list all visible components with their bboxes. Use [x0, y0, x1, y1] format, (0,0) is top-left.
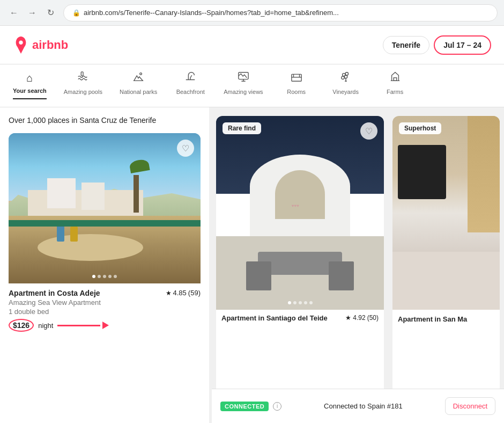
category-vineyards[interactable]: Vineyards [330, 71, 362, 100]
category-label: Amazing views [224, 89, 263, 95]
listing-price-1: $126 [9, 319, 34, 332]
rating-count-1: (59) [188, 289, 201, 297]
star-icon-1: ★ [166, 289, 172, 297]
listing-title-1: Apartment in Costa Adeje [9, 289, 100, 297]
price-unit-1: night [38, 322, 53, 330]
connection-info: CONNECTED i [220, 402, 281, 411]
wishlist-button-1[interactable]: ♡ [177, 140, 194, 157]
category-label: Farms [387, 89, 403, 95]
back-icon: ← [10, 8, 18, 18]
svg-rect-8 [394, 78, 397, 81]
rare-find-badge: Rare find [223, 122, 261, 134]
category-amazing-views[interactable]: Amazing views [224, 71, 263, 100]
price-arrow [57, 322, 109, 329]
airbnb-logo[interactable]: airbnb [13, 37, 68, 54]
arrow-body [57, 325, 100, 326]
location-text: Tenerife [392, 41, 420, 49]
svg-point-1 [140, 73, 142, 75]
right-cards-area: ♥♥♥ ♡ Rare find Apartment in Santiago de… [212, 107, 504, 423]
svg-point-5 [345, 72, 349, 76]
listing-card-2[interactable]: ♥♥♥ ♡ Rare find Apartment in Santiago de… [216, 116, 384, 414]
rating-value-2: 4.92 [353, 314, 365, 322]
forward-button[interactable]: → [25, 5, 40, 20]
connected-label: CONNECTED [225, 403, 264, 410]
listing-subtitle-1: Amazing Sea View Apartment [9, 298, 201, 307]
category-national-parks[interactable]: National parks [120, 71, 157, 100]
refresh-button[interactable]: ↻ [43, 5, 58, 20]
listing-card-1[interactable]: ♡ Apartment in Costa Adeje ★ 4.85 (59) [9, 133, 201, 332]
image-dots-1 [92, 275, 117, 278]
listing-card-3[interactable]: Superhost Apartment in San Ma [392, 116, 500, 414]
refresh-icon: ↻ [47, 8, 54, 18]
listing-info-3: Apartment in San Ma [392, 310, 500, 328]
info-icon[interactable]: i [273, 402, 281, 411]
beach-icon [184, 71, 196, 85]
results-count: Over 1,000 places in Santa Cruz de Tener… [9, 116, 201, 125]
category-rooms[interactable]: Rooms [280, 71, 313, 100]
listing-price-row-1: $126 night [9, 319, 201, 332]
lock-icon: 🔒 [72, 9, 80, 17]
bottom-bar: CONNECTED i Connected to Spain #181 Disc… [212, 389, 504, 423]
category-beachfront[interactable]: Beachfront [174, 71, 206, 100]
category-your-search[interactable]: ⌂ Your search [13, 72, 47, 99]
svg-rect-3 [291, 74, 301, 81]
main-content: Over 1,000 places in Santa Cruz de Tener… [0, 107, 504, 423]
category-label: Your search [13, 87, 47, 94]
category-label: Beachfront [176, 89, 205, 95]
listing-image-3: Superhost [392, 116, 500, 310]
header-search: Tenerife Jul 17 – 24 [383, 35, 491, 55]
listing-image-1: ♡ [9, 133, 201, 283]
svg-rect-0 [81, 72, 83, 76]
browser-chrome: ← → ↻ 🔒 airbnb.com/s/Tenerife--Canary-Is… [0, 0, 504, 26]
listing-info-1: Apartment in Costa Adeje ★ 4.85 (59) Ama… [9, 283, 201, 332]
listing-rating-2: ★ 4.92 (50) [345, 314, 379, 322]
results-panel: Over 1,000 places in Santa Cruz de Tener… [0, 107, 209, 423]
category-label: National parks [120, 89, 157, 95]
connected-badge: CONNECTED [220, 402, 269, 411]
date-pill[interactable]: Jul 17 – 24 [434, 35, 491, 55]
url-text: airbnb.com/s/Tenerife--Canary-Islands--S… [84, 9, 339, 17]
vineyard-icon [340, 71, 352, 85]
rooms-icon [291, 71, 302, 85]
forward-icon: → [28, 8, 36, 18]
location-pill[interactable]: Tenerife [383, 36, 429, 54]
category-label: Rooms [287, 89, 306, 95]
airbnb-logo-icon [13, 37, 29, 54]
listing-title-3: Apartment in San Ma [398, 315, 467, 323]
listing-rating-1: ★ 4.85 (59) [166, 289, 201, 297]
airbnb-header: airbnb Tenerife Jul 17 – 24 [0, 26, 504, 64]
category-nav: ⌂ Your search Amazing pools National par… [0, 64, 504, 107]
nav-buttons: ← → ↻ [6, 5, 58, 20]
wishlist-button-2[interactable]: ♡ [360, 122, 377, 140]
address-bar[interactable]: 🔒 airbnb.com/s/Tenerife--Canary-Islands-… [63, 4, 498, 21]
mountain-icon [132, 71, 144, 85]
home-icon: ⌂ [26, 72, 33, 84]
listing-image-2: ♥♥♥ ♡ Rare find [216, 116, 384, 310]
back-button[interactable]: ← [6, 5, 21, 20]
category-amazing-pools[interactable]: Amazing pools [64, 71, 102, 100]
pool-icon [77, 71, 89, 85]
category-label: Vineyards [332, 89, 359, 95]
listing-info-2: Apartment in Santiago del Teide ★ 4.92 (… [216, 310, 384, 329]
rating-value-1: 4.85 [173, 289, 187, 297]
star-icon-2: ★ [345, 314, 351, 322]
arrow-head [102, 322, 109, 329]
listing-beds-1: 1 double bed [9, 308, 201, 316]
rating-count-2: (50) [367, 314, 379, 322]
listing-title-2: Apartment in Santiago del Teide [221, 314, 328, 322]
connected-text: Connected to Spain #181 [324, 402, 403, 410]
category-label: Amazing pools [64, 89, 102, 95]
svg-point-6 [341, 76, 344, 79]
svg-point-7 [344, 75, 347, 78]
date-text: Jul 17 – 24 [443, 41, 481, 49]
disconnect-button[interactable]: Disconnect [445, 397, 495, 415]
card-row-top: ♥♥♥ ♡ Rare find Apartment in Santiago de… [216, 116, 500, 414]
category-farms[interactable]: Farms [379, 71, 411, 100]
superhost-badge: Superhost [399, 122, 441, 134]
image-dots-2 [288, 301, 313, 304]
farm-icon [389, 71, 401, 85]
view-icon [238, 71, 249, 85]
airbnb-logo-text: airbnb [32, 38, 68, 52]
